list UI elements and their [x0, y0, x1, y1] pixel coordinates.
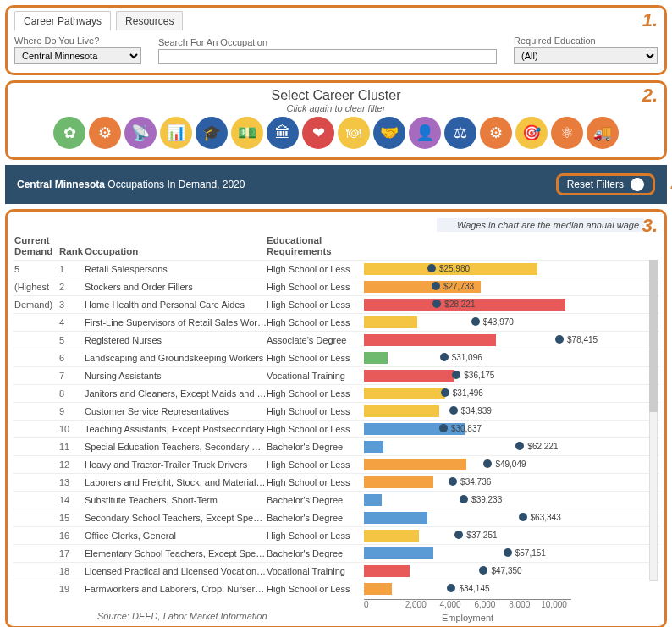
table-row[interactable]: 14Substitute Teachers, Short-TermBachelo… — [13, 491, 659, 509]
table-row[interactable]: 10Teaching Assistants, Except Postsecond… — [13, 420, 659, 437]
wage-label: $31,096 — [452, 353, 482, 362]
x-axis: 0 2,000 4,000 6,000 8,000 10,000 — [364, 599, 571, 609]
wage-dot-icon — [452, 371, 460, 379]
chart-cell: $36,175 — [364, 369, 571, 382]
cluster-agriculture-icon[interactable]: ✿ — [53, 117, 85, 149]
where-label: Where Do You Live? — [14, 36, 141, 46]
table-row[interactable]: (Highest2Stockers and Order FillersHigh … — [13, 278, 659, 295]
scrollbar-thumb[interactable] — [649, 260, 658, 412]
where-select[interactable]: Central Minnesota — [14, 47, 141, 64]
wage-dot-icon — [555, 335, 564, 344]
occupation-cell: Janitors and Cleaners, Except Maids and … — [85, 388, 267, 399]
table-row[interactable]: 4First-Line Supervisors of Retail Sales … — [13, 313, 659, 331]
rank-cell: 9 — [59, 406, 85, 416]
chart-cell: $63,343 — [364, 511, 571, 525]
title-rest: Occupations In Demand, 2020 — [105, 179, 245, 190]
table-row[interactable]: 15Secondary School Teachers, Except Spec… — [13, 509, 659, 526]
tab-career-pathways[interactable]: Career Pathways — [14, 11, 111, 30]
wage-label: $49,049 — [495, 459, 526, 469]
employment-bar — [364, 441, 383, 453]
page-title: Central Minnesota Occupations In Demand,… — [17, 179, 245, 190]
table-row[interactable]: 51Retail SalespersonsHigh School or Less… — [13, 260, 659, 278]
occupation-cell: Heavy and Tractor-Trailer Truck Drivers — [85, 459, 267, 470]
cluster-arts-icon[interactable]: 📡 — [124, 117, 157, 149]
cluster-marketing-icon[interactable]: 🎯 — [515, 117, 548, 149]
table-row[interactable]: Demand)3Home Health and Personal Care Ai… — [13, 295, 659, 313]
cluster-architecture-icon[interactable]: ⚙ — [89, 117, 121, 149]
employment-bar — [364, 512, 427, 524]
cluster-law-icon[interactable]: ⚖ — [444, 117, 476, 149]
cluster-it-icon[interactable]: 👤 — [409, 117, 441, 149]
occupation-cell: Home Health and Personal Care Aides — [85, 300, 267, 310]
rank-cell: 10 — [59, 424, 85, 434]
cluster-panel: 2. Select Career Cluster Click again to … — [5, 80, 667, 160]
cluster-hospitality-icon[interactable]: 🍽 — [338, 117, 370, 149]
cluster-transportation-icon[interactable]: 🚚 — [587, 117, 619, 149]
cluster-stem-icon[interactable]: ⚛ — [551, 117, 583, 149]
title-location: Central Minnesota — [17, 179, 105, 190]
employment-bar — [364, 565, 410, 577]
wage-dot-icon — [504, 548, 512, 557]
wage-label: $27,733 — [443, 282, 474, 291]
edu-select[interactable]: (All) — [514, 47, 658, 64]
hdr-rank: Rank — [59, 246, 85, 256]
search-input[interactable] — [158, 49, 497, 64]
education-cell: High School or Less — [267, 264, 364, 274]
chart-cell: $37,251 — [364, 529, 571, 542]
wage-dot-icon — [460, 495, 468, 503]
occupation-cell: Licensed Practical and Licensed Vocation… — [85, 566, 267, 576]
occupation-cell: Nursing Assistants — [85, 371, 267, 381]
wage-dot-icon — [440, 353, 449, 361]
rank-cell: 12 — [59, 459, 85, 470]
table-row[interactable]: 16Office Clerks, GeneralHigh School or L… — [13, 526, 659, 544]
cluster-title: Select Career Cluster — [14, 88, 658, 103]
reset-label: Reset Filters — [567, 179, 624, 190]
wage-dot-icon — [479, 566, 487, 575]
wage-dot-icon — [519, 513, 527, 521]
table-row[interactable]: 5Registered NursesAssociate's Degree$78,… — [13, 331, 659, 349]
table-row[interactable]: 19Farmworkers and Laborers, Crop, Nurser… — [13, 580, 659, 597]
table-row[interactable]: 6Landscaping and Groundskeeping WorkersH… — [13, 349, 659, 366]
chart-cell: $57,151 — [364, 547, 571, 560]
reset-dot-icon — [631, 178, 644, 191]
table-row[interactable]: 8Janitors and Cleaners, Except Maids and… — [13, 384, 659, 402]
cluster-education-icon[interactable]: 🎓 — [196, 117, 228, 149]
table-row[interactable]: 17Elementary School Teachers, Except Spe… — [13, 544, 659, 562]
occupation-cell: Teaching Assistants, Except Postsecondar… — [85, 424, 267, 434]
occupation-cell: Retail Salespersons — [85, 264, 267, 274]
tab-resources[interactable]: Resources — [116, 11, 183, 30]
callout-1: 1. — [642, 9, 658, 31]
education-cell: High School or Less — [267, 282, 364, 292]
education-cell: High School or Less — [267, 477, 364, 487]
cluster-manufacturing-icon[interactable]: ⚙ — [480, 117, 512, 149]
demand-cell: (Highest — [13, 282, 59, 292]
employment-bar — [364, 405, 439, 417]
demand-cell: Demand) — [13, 300, 59, 310]
employment-bar — [364, 547, 433, 559]
cluster-human-services-icon[interactable]: 🤝 — [373, 117, 405, 149]
chart-cell: $31,096 — [364, 351, 571, 365]
occupation-cell: Substitute Teachers, Short-Term — [85, 495, 267, 505]
chart-cell: $34,939 — [364, 404, 571, 418]
table-row[interactable]: 11Special Education Teachers, Secondary … — [13, 437, 659, 455]
education-cell: Associate's Degree — [267, 335, 364, 345]
cluster-finance-icon[interactable]: 💵 — [231, 117, 263, 149]
wage-label: $63,343 — [531, 513, 561, 522]
wage-label: $31,496 — [453, 388, 483, 398]
cluster-business-icon[interactable]: 📊 — [160, 117, 192, 149]
table-row[interactable]: 9Customer Service RepresentativesHigh Sc… — [13, 402, 659, 420]
education-cell: High School or Less — [267, 300, 364, 310]
table-row[interactable]: 7Nursing AssistantsVocational Training$3… — [13, 366, 659, 384]
table-row[interactable]: 12Heavy and Tractor-Trailer Truck Driver… — [13, 455, 659, 473]
table-row[interactable]: 13Laborers and Freight, Stock, and Mater… — [13, 473, 659, 491]
chart-cell: $31,496 — [364, 387, 571, 400]
occupation-cell: Customer Service Representatives — [85, 406, 267, 416]
table-row[interactable]: 18Licensed Practical and Licensed Vocati… — [13, 562, 659, 580]
cluster-health-icon[interactable]: ❤ — [302, 117, 334, 149]
chart-cell: $34,145 — [364, 582, 571, 596]
education-cell: Bachelor's Degree — [267, 548, 364, 558]
wage-label: $43,970 — [483, 317, 514, 327]
cluster-government-icon[interactable]: 🏛 — [267, 117, 299, 149]
rank-cell: 18 — [59, 566, 85, 576]
reset-filters-button[interactable]: Reset Filters 4. — [556, 173, 655, 195]
